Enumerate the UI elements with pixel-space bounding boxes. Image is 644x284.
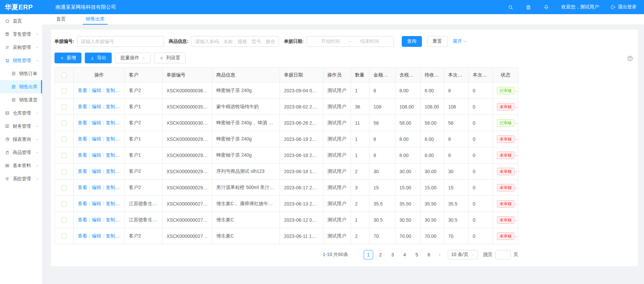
row-action-copy[interactable]: 复制 [106, 217, 120, 222]
column-settings-button[interactable]: 列设置 [154, 53, 186, 63]
row-action-copy[interactable]: 复制 [106, 168, 120, 174]
page-number-3[interactable]: 3 [388, 250, 397, 259]
row-action-edit[interactable]: 编辑 [92, 104, 101, 109]
next-page-button[interactable] [435, 250, 444, 259]
page-size-select[interactable]: 10 条/页 [448, 250, 478, 259]
tab-sale-outbound[interactable]: 销售出库 [83, 14, 108, 25]
row-action-delete[interactable]: 删除 [120, 201, 125, 206]
row-action-view[interactable]: 查看 [78, 168, 87, 174]
row-action-view[interactable]: 查看 [78, 136, 87, 141]
row-action-delete[interactable]: 删除 [120, 88, 125, 93]
page-number-6[interactable]: 6 [424, 250, 434, 259]
row-action-view[interactable]: 查看 [78, 120, 87, 125]
sidebar-item-label: 系统管理 [13, 176, 31, 182]
row-checkbox[interactable] [62, 104, 67, 109]
row-action-delete[interactable]: 删除 [120, 217, 125, 222]
reset-button[interactable]: 重置 [427, 36, 448, 47]
row-action-edit[interactable]: 编辑 [92, 136, 101, 141]
row-action-edit[interactable]: 编辑 [92, 201, 101, 206]
sidebar-item-report[interactable]: 报表查询 [0, 133, 42, 146]
row-actions-cell: 查看|编辑|复制|删除 [74, 180, 125, 196]
row-action-edit[interactable]: 编辑 [92, 88, 101, 93]
row-action-edit[interactable]: 编辑 [92, 168, 101, 174]
bank-icon[interactable] [526, 4, 531, 10]
row-action-copy[interactable]: 复制 [106, 120, 120, 125]
row-checkbox[interactable] [62, 234, 67, 239]
row-action-edit[interactable]: 编辑 [92, 217, 101, 222]
cell-operator: 测试用户 [323, 131, 351, 147]
row-action-edit[interactable]: 编辑 [92, 185, 101, 190]
page-number-1[interactable]: 1 [364, 250, 373, 259]
row-action-edit[interactable]: 编辑 [92, 152, 101, 158]
search-button[interactable]: 查询 [402, 36, 422, 47]
row-action-view[interactable]: 查看 [78, 88, 87, 93]
tab-home[interactable]: 首页 [53, 14, 69, 25]
cell-product: 蒙牛精选牧场纯牛奶 [212, 99, 280, 115]
logout-button[interactable]: 退出登录 [610, 4, 637, 10]
sidebar-subitem-sale-outbound[interactable]: 销售出库 [0, 80, 42, 93]
row-action-view[interactable]: 查看 [78, 217, 87, 222]
row-checkbox[interactable] [62, 185, 67, 190]
page-numbers: 123456 [362, 250, 435, 259]
product-info-input[interactable] [191, 36, 279, 47]
row-checkbox[interactable] [62, 137, 67, 142]
cell-date: 2023-06-18 23:22:15 [280, 147, 323, 163]
row-action-delete[interactable]: 删除 [120, 233, 125, 239]
row-action-view[interactable]: 查看 [78, 201, 87, 206]
search-icon[interactable] [508, 4, 513, 10]
prev-page-button[interactable] [353, 250, 362, 259]
row-action-delete[interactable]: 删除 [120, 120, 125, 125]
sidebar-item-product[interactable]: 商品管理 [0, 146, 42, 159]
row-action-copy[interactable]: 复制 [106, 88, 120, 93]
row-action-edit[interactable]: 编辑 [92, 233, 101, 239]
sidebar-item-basic-data[interactable]: 基本资料 [0, 159, 42, 172]
row-action-copy[interactable]: 复制 [106, 136, 120, 141]
help-icon[interactable] [627, 55, 633, 62]
row-action-copy[interactable]: 复制 [106, 104, 120, 109]
sidebar-subitem-sale-order[interactable]: 销售订单 [0, 67, 42, 80]
row-action-edit[interactable]: 编辑 [92, 120, 101, 125]
row-action-copy[interactable]: 复制 [106, 152, 120, 158]
row-action-copy[interactable]: 复制 [106, 201, 120, 206]
page-number-4[interactable]: 4 [400, 250, 409, 259]
sidebar-item-finance[interactable]: 财务管理 [0, 120, 42, 133]
row-checkbox[interactable] [62, 218, 67, 223]
gear-icon [159, 56, 164, 60]
row-action-delete[interactable]: 删除 [120, 185, 125, 190]
sidebar-item-purchase[interactable]: 采购管理 [0, 41, 42, 54]
bell-icon[interactable] [543, 4, 549, 10]
sidebar-subitem-sale-return[interactable]: 销售退货 [0, 93, 42, 106]
row-action-view[interactable]: 查看 [78, 104, 87, 109]
add-button[interactable]: 新增 [55, 53, 81, 63]
row-action-copy[interactable]: 复制 [106, 185, 120, 190]
batch-actions-button[interactable]: 批量操作 [115, 53, 151, 63]
jump-to-input[interactable] [495, 250, 511, 259]
sidebar-item-sale[interactable]: 销售管理 [0, 54, 42, 67]
sidebar-item-system[interactable]: 系统管理 [0, 172, 42, 185]
row-action-view[interactable]: 查看 [78, 185, 87, 190]
row-checkbox[interactable] [62, 169, 67, 174]
row-action-delete[interactable]: 删除 [120, 152, 125, 158]
row-action-delete[interactable]: 删除 [120, 104, 125, 109]
row-checkbox[interactable] [62, 88, 67, 93]
cell-receivable: 30.50 [421, 212, 444, 228]
row-action-delete[interactable]: 删除 [120, 168, 125, 174]
sidebar-item-warehouse[interactable]: 仓库管理 [0, 106, 42, 120]
row-action-copy[interactable]: 复制 [106, 233, 120, 239]
select-all-checkbox[interactable] [62, 73, 67, 78]
row-checkbox[interactable] [62, 201, 67, 207]
row-checkbox[interactable] [62, 121, 67, 126]
row-action-delete[interactable]: 删除 [120, 136, 125, 141]
bill-no-input[interactable] [77, 36, 164, 47]
export-button[interactable]: 导出 [85, 53, 112, 63]
sidebar-item-home[interactable]: 首页 [0, 14, 42, 28]
page-number-2[interactable]: 2 [376, 250, 385, 259]
expand-link[interactable]: 展开 [453, 38, 467, 44]
welcome-text: 欢迎您，测试用户 [561, 4, 599, 10]
page-number-5[interactable]: 5 [412, 250, 422, 259]
date-range-picker[interactable]: 开始时间 ~ 结束时间 [307, 36, 394, 47]
row-action-view[interactable]: 查看 [78, 233, 87, 239]
sidebar-item-retail[interactable]: 零售管理 [0, 28, 42, 41]
row-action-view[interactable]: 查看 [78, 152, 87, 158]
row-checkbox[interactable] [62, 153, 67, 158]
